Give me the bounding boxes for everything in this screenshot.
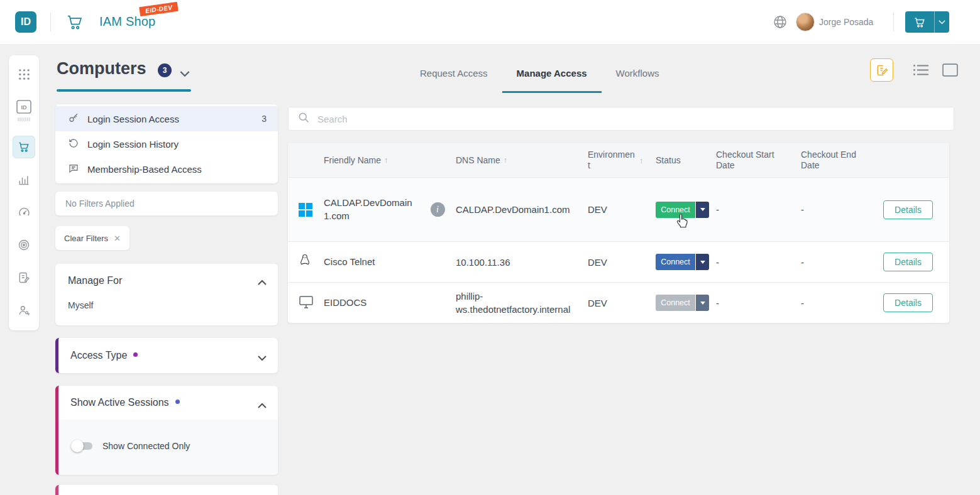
details-button[interactable]: Details — [883, 253, 933, 271]
sessions-filter-dot — [175, 400, 180, 404]
no-filters-banner: No Filters Applied — [55, 192, 278, 215]
connect-split-button[interactable]: Connect — [656, 295, 716, 311]
details-button[interactable]: Details — [883, 293, 933, 312]
menu-item-label: Login Session History — [87, 139, 179, 150]
user-name[interactable]: Jorge Posada — [819, 17, 873, 27]
table-row[interactable]: EIDDOCS phillip-ws.thedotnetfactory.inte… — [288, 282, 949, 323]
sort-asc-icon[interactable]: ↑ — [384, 155, 388, 165]
checkout-start-cell: - — [716, 298, 801, 308]
details-button[interactable]: Details — [883, 200, 933, 219]
svg-text:ID: ID — [21, 104, 28, 111]
title-underline — [57, 89, 191, 92]
chevron-up-icon[interactable] — [258, 400, 267, 411]
computers-table: Friendly Name ↑ DNS Name ↑ Environment ↑… — [288, 143, 949, 323]
report-edit-button[interactable] — [870, 58, 893, 82]
key-icon — [68, 112, 79, 126]
target-icon[interactable] — [13, 234, 35, 256]
page-title: Computers — [57, 59, 146, 79]
sidebar-item-membership-based-access[interactable]: Membership-Based Access — [55, 156, 278, 182]
connect-dropdown-caret[interactable] — [696, 295, 709, 311]
title-chevron-down-icon[interactable] — [180, 68, 190, 80]
cart-dropdown-caret[interactable] — [934, 11, 949, 33]
access-menu: Login Session Access 3 Login Session His… — [55, 104, 278, 183]
cart-split-button[interactable] — [905, 11, 949, 33]
computers-count-badge: 3 — [158, 63, 172, 77]
apps-grid-icon[interactable] — [13, 63, 35, 85]
access-type-panel[interactable]: Access Type — [55, 338, 278, 373]
environment-cell: DEV — [588, 204, 656, 215]
friendly-name-cell: EIDDOCS — [324, 296, 419, 309]
manage-for-selected[interactable]: Myself — [68, 300, 267, 310]
tab-request-access[interactable]: Request Access — [405, 63, 502, 93]
checkout-start-cell: - — [716, 257, 801, 268]
gauge-icon[interactable] — [13, 201, 35, 224]
windows-icon — [288, 203, 324, 217]
friendly-name-cell: CALDAP.DevDomain1.com — [324, 197, 419, 222]
column-dns-name[interactable]: DNS Name ↑ — [456, 155, 588, 166]
sessions-panel-body: Show Connected Only — [58, 420, 278, 475]
toggle-knob[interactable] — [71, 440, 84, 452]
column-friendly-name[interactable]: Friendly Name ↑ — [324, 155, 456, 166]
tab-workflows[interactable]: Workflows — [602, 63, 674, 93]
sidebar-item-login-session-access[interactable]: Login Session Access 3 — [55, 106, 278, 131]
column-checkout-start[interactable]: Checkout Start Date — [716, 150, 801, 171]
chart-icon[interactable] — [13, 168, 35, 191]
clear-filters-close-icon[interactable]: ✕ — [114, 234, 121, 243]
header-divider — [50, 13, 51, 31]
chevron-up-icon[interactable] — [258, 276, 267, 288]
connect-split-button[interactable]: Connect — [656, 202, 716, 218]
manage-for-title: Manage For — [68, 275, 267, 286]
connect-button: Connect — [656, 295, 695, 311]
checkout-start-cell: - — [716, 204, 801, 215]
clear-filters-label: Clear Filters — [64, 234, 108, 243]
list-view-icon[interactable] — [913, 63, 929, 79]
comment-icon — [68, 163, 79, 176]
app-logo[interactable]: ID — [15, 11, 36, 33]
clear-filters-button[interactable]: Clear Filters ✕ — [55, 226, 129, 250]
id-badge-icon[interactable]: ID — [13, 95, 35, 126]
cart-rail-icon[interactable] — [13, 136, 35, 158]
shop-cart-icon[interactable] — [65, 13, 84, 33]
menu-item-label: Membership-Based Access — [87, 164, 202, 175]
table-row[interactable]: CALDAP.DevDomain1.com i CALDAP.DevDomain… — [288, 177, 949, 241]
friendly-name-cell: Cisco Telnet — [324, 256, 419, 268]
checkout-end-cell: - — [801, 257, 867, 268]
page-tabs: Request Access Manage Access Workflows — [405, 63, 673, 93]
connect-dropdown-caret[interactable] — [696, 254, 709, 270]
show-connected-only-toggle[interactable] — [71, 440, 94, 452]
form-edit-icon[interactable] — [13, 266, 35, 289]
connect-button[interactable]: Connect — [656, 254, 695, 270]
table-header-row: Friendly Name ↑ DNS Name ↑ Environment ↑… — [288, 143, 949, 177]
menu-item-count: 3 — [262, 114, 267, 124]
sidebar-item-login-session-history[interactable]: Login Session History — [55, 131, 278, 156]
sort-asc-icon[interactable]: ↑ — [504, 155, 508, 165]
user-avatar[interactable] — [796, 13, 815, 31]
table-row[interactable]: Cisco Telnet 10.100.11.36 DEV Connect - … — [288, 241, 949, 282]
app-title: IAM Shop — [99, 14, 155, 29]
next-filter-panel-partial[interactable] — [55, 485, 278, 495]
access-type-filter-dot — [133, 352, 138, 357]
sort-asc-icon[interactable]: ↑ — [639, 156, 644, 165]
column-environment[interactable]: Environment ↑ — [588, 150, 656, 171]
card-view-icon[interactable] — [942, 63, 958, 79]
show-active-sessions-panel: Show Active Sessions Show Connected Only — [55, 386, 278, 475]
header-divider — [893, 13, 894, 31]
tab-manage-access[interactable]: Manage Access — [502, 63, 602, 93]
top-bar: ID IAM Shop EID-DEV Jorge Posada — [0, 0, 980, 44]
info-icon[interactable]: i — [431, 202, 445, 217]
access-key-icon[interactable] — [13, 299, 35, 322]
language-globe-icon[interactable] — [773, 14, 788, 32]
search-input[interactable] — [317, 107, 954, 130]
linux-icon — [288, 253, 324, 271]
column-status[interactable]: Status — [656, 155, 716, 166]
connect-dropdown-caret[interactable] — [696, 202, 709, 218]
chevron-down-icon[interactable] — [258, 352, 267, 364]
manage-for-panel: Manage For Myself — [55, 264, 278, 325]
icon-rail: ID — [9, 55, 39, 330]
show-active-sessions-header[interactable]: Show Active Sessions — [58, 386, 278, 420]
cart-button-icon[interactable] — [905, 11, 934, 33]
connect-split-button[interactable]: Connect — [656, 254, 716, 270]
monitor-icon — [288, 295, 324, 311]
connect-button[interactable]: Connect — [656, 202, 695, 218]
column-checkout-end[interactable]: Checkout End Date — [801, 150, 867, 171]
